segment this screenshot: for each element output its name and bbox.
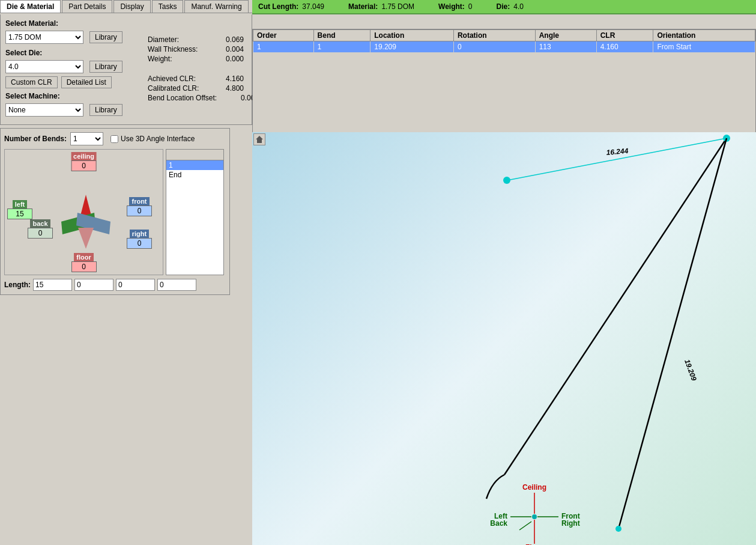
pink-arrow-down [78, 228, 94, 249]
tab-tasks[interactable]: Tasks [152, 0, 184, 13]
material-select[interactable]: 1.75 DOM [5, 31, 83, 44]
compass-widget: ceiling left front back right [4, 149, 163, 275]
table-row[interactable]: 1 1 19.209 0 113 4.160 From Start [253, 41, 755, 53]
segment-list-header [166, 150, 223, 160]
weight-label: Weight: [148, 55, 226, 63]
segment-item-1[interactable]: 1 [166, 160, 223, 170]
achieved-label: Achieved CLR: [148, 75, 226, 83]
cell-rotation: 0 [453, 41, 535, 53]
tube-main-segment [618, 138, 727, 529]
clr-info: Achieved CLR: 4.160 Calibrated CLR: 4.80… [148, 75, 259, 103]
material-library-btn[interactable]: Library [89, 31, 122, 43]
floor-input[interactable] [71, 261, 97, 272]
right-input[interactable] [127, 238, 152, 249]
machine-select[interactable]: None [5, 103, 83, 117]
floor-label: floor [74, 253, 93, 261]
length-input-3[interactable] [116, 279, 155, 291]
material-select-row: 1.75 DOM Library Diameter: 0.069 Wall Th… [5, 31, 247, 44]
back-axis-label: Back [490, 519, 507, 528]
use-3d-label[interactable]: Use 3D Angle Interface [110, 135, 195, 143]
back-axis-line [519, 522, 531, 530]
ceiling-input[interactable] [71, 160, 97, 171]
achieved-value: 4.160 [226, 75, 244, 83]
die-library-btn[interactable]: Library [89, 61, 122, 73]
machine-library-btn[interactable]: Library [89, 104, 122, 116]
tube-svg: 16.244 19.209 Ceiling Left Back Front [252, 132, 756, 545]
endpoint-left [503, 177, 510, 184]
info-bar: Cut Length: 37.049 Material: 1.75 DOM We… [252, 0, 756, 14]
right-axis-label: Right [561, 519, 580, 528]
col-clr: CLR [596, 30, 653, 41]
left-direction: left [7, 200, 32, 219]
back-direction: back [28, 219, 53, 239]
material-info-key: Material: [348, 2, 378, 11]
weight-info-key: Weight: [438, 2, 465, 11]
tube-segment-1 [504, 138, 727, 475]
length-row: Length: [4, 279, 226, 291]
die-select[interactable]: 4.0 [5, 60, 83, 73]
measurement-label-1: 16.244 [606, 147, 629, 157]
tab-manuf-warning[interactable]: Manuf. Warning [184, 0, 248, 13]
calibrated-value: 4.800 [226, 84, 244, 93]
material-label: Select Material: [5, 19, 58, 28]
length-input-4[interactable] [157, 279, 196, 291]
weight-item: Weight: 0 [438, 2, 472, 11]
front-direction: front [127, 197, 152, 216]
bends-label: Number of Bends: [4, 135, 67, 143]
bends-select[interactable]: 1 [70, 132, 103, 145]
tab-part-details[interactable]: Part Details [62, 0, 112, 13]
measurement-label-2: 19.209 [683, 358, 698, 382]
compass-3d-shape [62, 192, 110, 252]
length-input-2[interactable] [74, 279, 113, 291]
die-info-value: 4.0 [513, 2, 524, 11]
front-input[interactable] [127, 206, 152, 216]
detailed-list-btn[interactable]: Detailed List [61, 76, 112, 88]
right-label: right [130, 230, 149, 238]
col-orientation: Orientation [653, 30, 755, 41]
cut-length-key: Cut Length: [258, 2, 298, 11]
cell-order: 1 [253, 41, 314, 53]
bend-table-area: Order Bend Location Rotation Angle CLR O… [252, 29, 756, 134]
wall-value: 0.004 [226, 45, 244, 53]
endpoint-bottom [615, 526, 621, 532]
back-label: back [30, 219, 50, 228]
custom-clr-btn[interactable]: Custom CLR [5, 76, 58, 88]
length-label: Length: [4, 281, 31, 289]
cut-length-value: 37.049 [302, 2, 324, 11]
segment-list[interactable]: 1 End [166, 160, 223, 275]
bend-table: Order Bend Location Rotation Angle CLR O… [253, 29, 755, 53]
ceiling-label: ceiling [71, 152, 97, 160]
offset-label: Bend Location Offset: [148, 94, 241, 102]
use-3d-checkbox[interactable] [110, 135, 118, 143]
col-bend: Bend [313, 30, 370, 41]
cell-angle: 113 [535, 41, 596, 53]
diameter-value: 0.069 [226, 35, 244, 44]
length-input-1[interactable] [33, 279, 72, 291]
left-input[interactable] [7, 209, 32, 219]
col-rotation: Rotation [453, 30, 535, 41]
tab-die-material[interactable]: Die & Material [0, 0, 61, 13]
diameter-label: Diameter: [148, 35, 226, 44]
ceiling-axis-label: Ceiling [522, 483, 546, 492]
machine-select-row: None Library [5, 103, 247, 117]
cell-clr: 4.160 [596, 41, 653, 53]
ceiling-direction: ceiling [71, 152, 97, 171]
left-label: left [13, 200, 28, 209]
table-header-row: Order Bend Location Rotation Angle CLR O… [253, 30, 755, 41]
floor-direction: floor [71, 253, 97, 272]
weight-value: 0.000 [226, 55, 244, 63]
bend-top-row: Number of Bends: 1 Use 3D Angle Interfac… [4, 132, 226, 145]
viewport: 16.244 19.209 Ceiling Left Back Front [252, 132, 756, 545]
left-top-panel: Select Material: 1.75 DOM Library Diamet… [0, 14, 252, 125]
back-input[interactable] [28, 228, 53, 239]
coord-axes: Ceiling Left Back Front Right Floor [490, 483, 579, 545]
die-label: Select Die: [5, 49, 42, 57]
segment-item-end[interactable]: End [166, 170, 223, 180]
bend-arc [486, 475, 504, 499]
col-angle: Angle [535, 30, 596, 41]
calibrated-label: Calibrated CLR: [148, 84, 226, 93]
tab-display[interactable]: Display [113, 0, 150, 13]
die-info-key: Die: [497, 2, 510, 11]
material-row: Select Material: [5, 19, 247, 28]
weight-info-value: 0 [468, 2, 473, 11]
